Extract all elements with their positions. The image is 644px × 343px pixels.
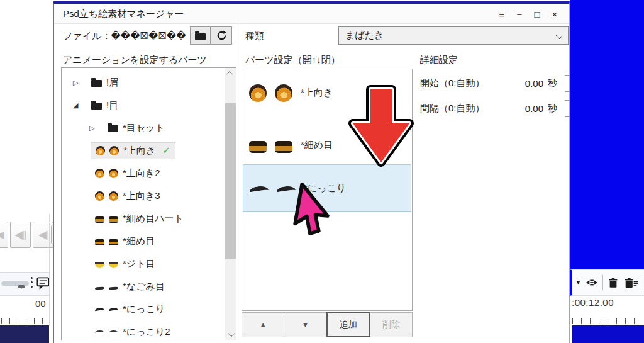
comment-icon[interactable] xyxy=(36,276,50,293)
folder-icon xyxy=(91,80,102,87)
move-down-button[interactable]: ▼ xyxy=(284,312,326,337)
tree-header: アニメーションを設定するパーツ xyxy=(63,54,207,66)
eye-up-icon xyxy=(109,146,119,155)
tree-item[interactable]: *なごみ目 xyxy=(62,275,236,298)
zoom-slider[interactable] xyxy=(1,281,29,286)
refresh-icon xyxy=(216,30,228,42)
scrollbar[interactable] xyxy=(225,68,236,340)
tree-item[interactable]: *細め目ハート xyxy=(62,207,236,230)
menu-icon[interactable]: ≡ xyxy=(495,7,509,21)
interval-input[interactable] xyxy=(565,100,570,117)
background-editor-right: ▼ :00:12.00 xyxy=(570,0,644,343)
fit-width-icon[interactable] xyxy=(586,276,598,289)
timeline-track-navy[interactable] xyxy=(0,325,49,343)
eye-narrow-icon xyxy=(95,216,104,223)
start-input[interactable] xyxy=(565,75,570,92)
tree-item-label: *上向き3 xyxy=(123,190,160,202)
tree-item-folder[interactable]: ◢ !目 xyxy=(62,94,236,116)
maximize-button[interactable]: □ xyxy=(530,7,544,21)
interval-label: 間隔（0:自動） xyxy=(420,103,525,115)
delete-button[interactable]: 削除 xyxy=(370,312,413,337)
list-buttons: ▲ ▼ 追加 削除 xyxy=(242,312,413,337)
open-file-button[interactable] xyxy=(190,26,211,45)
prev-frame-button[interactable]: ◀ xyxy=(0,222,8,248)
tree-item-label: *上向き2 xyxy=(123,167,160,179)
timeline-track-blue[interactable] xyxy=(572,325,644,343)
trash-icon[interactable] xyxy=(608,277,619,289)
folder-icon xyxy=(195,33,206,40)
step-back-button[interactable]: ◀|| xyxy=(10,222,31,248)
cursor-annotation xyxy=(282,181,349,245)
eye-jito-icon xyxy=(95,262,104,268)
tree-item-label: *目セット xyxy=(123,122,165,134)
parts-header: パーツ設定（開↑↓閉） xyxy=(245,54,340,66)
eye-up-icon xyxy=(96,146,105,155)
panel-divider xyxy=(238,24,238,343)
tree-item-label: *細め目ハート xyxy=(123,213,184,225)
eye-up-icon xyxy=(109,191,118,201)
tree-item[interactable]: *上向き3 xyxy=(62,184,236,207)
tree-item-label: *上向き xyxy=(123,145,155,157)
detail-header: 詳細設定 xyxy=(420,54,458,66)
detail-row-interval: 間隔（0:自動） 0.00 秒 xyxy=(420,99,570,117)
tree-item[interactable]: *細め目 xyxy=(62,230,236,252)
background-editor-left: ◀ ◀|| ◀| 00 xyxy=(0,0,55,343)
psd-manager-window: Psd立ち絵素材マネージャー ≡ − □ × ファイル：���☒�☒�� 種類 … xyxy=(53,1,570,343)
eye-up-icon xyxy=(275,84,292,102)
scroll-down-icon[interactable] xyxy=(225,329,236,340)
dropdown-caret-icon[interactable]: ▼ xyxy=(575,279,581,286)
eye-up-icon xyxy=(249,84,267,102)
tree-item[interactable]: *にっこり xyxy=(62,298,236,320)
start-label: 開始（0:自動） xyxy=(420,77,525,89)
add-button[interactable]: 追加 xyxy=(326,312,370,337)
tree-item-label: !眉 xyxy=(106,77,118,89)
tree-item-folder[interactable]: ▷ *目セット xyxy=(62,116,236,139)
move-up-button[interactable]: ▲ xyxy=(242,312,284,337)
eye-smile-icon xyxy=(94,306,104,313)
part-label: *上向き xyxy=(301,87,333,99)
timeline-toolbar-right: ▼ xyxy=(570,269,644,296)
chevron-down-icon xyxy=(556,33,562,39)
part-label: *細め目 xyxy=(301,139,333,151)
eye-smile2-icon xyxy=(109,330,118,335)
scroll-up-icon[interactable] xyxy=(225,68,236,79)
expander-expanded-icon[interactable]: ◢ xyxy=(73,101,82,110)
tree-item-folder[interactable]: ▷ !眉 xyxy=(62,71,236,94)
interval-value: 0.00 xyxy=(525,103,543,114)
toolbar-separator xyxy=(602,275,603,290)
timeline-toolbar-left xyxy=(0,272,49,296)
scrollbar-thumb[interactable] xyxy=(225,103,236,259)
eye-up-icon xyxy=(95,191,104,201)
kind-dropdown[interactable]: まばたき xyxy=(338,26,569,45)
red-arrow-annotation xyxy=(347,84,415,167)
kind-label: 種類 xyxy=(245,30,264,42)
trash-list-icon[interactable] xyxy=(623,277,638,289)
divider xyxy=(0,250,49,250)
timeline-timestamp: :00:12.00 xyxy=(572,297,614,308)
tree-item[interactable]: *にっこり2 xyxy=(62,320,236,340)
collapse-icon[interactable] xyxy=(18,286,25,300)
close-button[interactable]: × xyxy=(548,7,562,21)
window-title: Psd立ち絵素材マネージャー xyxy=(63,8,184,20)
screen: ▼ :00:12.00 ◀ ◀|| ◀| xyxy=(0,0,644,343)
eye-narrow-icon xyxy=(249,141,267,153)
timeline-ruler[interactable] xyxy=(572,318,643,324)
titlebar[interactable]: Psd立ち絵素材マネージャー ≡ − □ × xyxy=(54,4,569,24)
minimize-button[interactable]: − xyxy=(513,7,526,21)
eye-narrow-icon xyxy=(95,239,104,245)
expander-collapsed-icon[interactable]: ▷ xyxy=(89,124,98,132)
tree-item[interactable]: *ジト目 xyxy=(62,252,236,275)
file-row: ファイル：���☒�☒�� xyxy=(63,30,186,42)
kebab-menu-icon[interactable] xyxy=(31,277,33,288)
timeline-ruler-left[interactable] xyxy=(1,318,49,324)
playback-controls: ◀ ◀|| ◀| xyxy=(0,222,53,248)
tree-item[interactable]: *上向き2 xyxy=(62,162,236,184)
eye-up-icon xyxy=(109,169,118,178)
eye-up-icon xyxy=(95,169,104,178)
reload-button[interactable] xyxy=(211,26,232,45)
eye-smile2-icon xyxy=(95,330,104,335)
expander-collapsed-icon[interactable]: ▷ xyxy=(73,79,82,87)
file-value: ���☒�☒�� xyxy=(111,30,186,41)
tree-item-selected[interactable]: *上向き ✓ xyxy=(62,139,236,162)
tree-item-label: *ジト目 xyxy=(123,258,155,270)
